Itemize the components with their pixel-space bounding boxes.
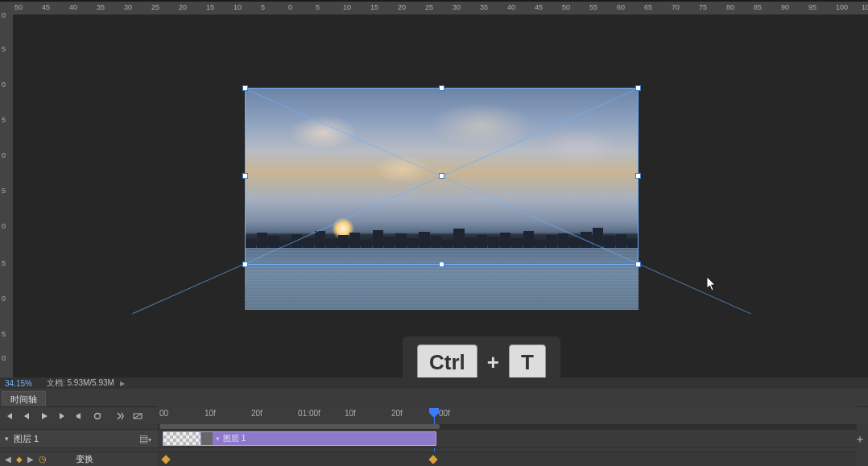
vruler-tick: 0 <box>2 222 6 230</box>
shortcut-plus: + <box>487 350 499 375</box>
layer-name[interactable]: 图层 1 <box>14 433 133 445</box>
vruler-tick: 5 <box>2 187 6 195</box>
hruler-tick: 20 <box>179 3 187 11</box>
doc-size: 5.93M/5.93M <box>67 378 114 387</box>
hruler-tick: 25 <box>151 3 159 11</box>
doc-label: 文档: <box>47 378 65 387</box>
clip-name: 图层 1 <box>223 433 246 444</box>
keyframe-diamond-icon[interactable]: ◆ <box>16 455 23 464</box>
time-ruler-label: 20f <box>251 409 262 418</box>
time-ruler-label: 00f <box>439 409 450 418</box>
time-ruler-label: 10f <box>205 409 216 418</box>
chevron-down-icon[interactable]: ▾ <box>213 435 223 443</box>
hruler-tick: 0 <box>288 3 292 11</box>
canvas-image[interactable] <box>245 89 639 310</box>
add-track-button[interactable]: ＋ <box>854 432 866 447</box>
layer-property-row[interactable]: ◀ ◆ ▶ ◷ 变换 <box>0 452 158 466</box>
vertical-ruler[interactable]: 0 5 0 5 0 5 0 5 0 5 0 <box>0 2 13 377</box>
clip-thumbnail <box>201 432 213 445</box>
hruler-tick: 100 <box>836 3 848 11</box>
go-to-next-keyframe-button[interactable] <box>53 407 71 425</box>
video-clip[interactable]: ▾ 图层 1 <box>163 431 436 446</box>
hruler-tick: 10 <box>234 3 242 11</box>
chevron-right-icon[interactable]: ▶ <box>120 380 125 387</box>
vruler-tick: 0 <box>2 80 6 89</box>
vruler-tick: 0 <box>2 11 6 19</box>
loop-button[interactable] <box>89 407 106 425</box>
vruler-tick: 0 <box>2 354 6 362</box>
shortcut-key-t: T <box>509 344 546 381</box>
timeline-panel: 时间轴 00 10f 20f 01:00f 10f 20f 00f ▾ 图层 1… <box>0 389 868 466</box>
keyframe-marker[interactable] <box>161 455 170 464</box>
hruler-tick: 35 <box>480 3 488 11</box>
time-ruler[interactable]: 00 10f 20f 01:00f 10f 20f 00f <box>158 406 857 424</box>
status-bar: 34.15% 文档: 5.93M/5.93M ▶ <box>0 377 868 389</box>
hruler-tick: 80 <box>726 3 734 11</box>
shortcut-key-ctrl: Ctrl <box>417 344 477 381</box>
next-keyframe-icon[interactable]: ▶ <box>27 455 34 464</box>
hruler-tick: 35 <box>97 3 105 11</box>
hruler-tick: 55 <box>589 3 597 11</box>
hruler-tick: 85 <box>754 3 762 11</box>
layer-header[interactable]: ▾ 图层 1 ▤▾ <box>0 429 158 448</box>
image-skyline <box>245 226 639 249</box>
clip-thumbnail <box>163 432 200 445</box>
hruler-tick: 90 <box>781 3 789 11</box>
hruler-tick: 50 <box>14 3 23 11</box>
go-to-first-frame-button[interactable] <box>0 407 18 425</box>
stopwatch-icon[interactable]: ◷ <box>39 454 47 464</box>
vruler-tick: 0 <box>2 295 6 303</box>
hruler-tick: 5 <box>261 3 265 11</box>
hruler-tick: 60 <box>617 3 625 11</box>
image-water <box>245 248 639 310</box>
vruler-tick: 5 <box>2 259 6 267</box>
mute-audio-button[interactable] <box>71 407 89 425</box>
chevron-down-icon[interactable]: ▾ <box>5 435 9 443</box>
hruler-tick: 105 <box>862 3 868 11</box>
property-keyframe-track[interactable] <box>158 452 857 466</box>
layer-blend-mode-button[interactable]: ▤▾ <box>138 433 153 444</box>
vruler-tick: 0 <box>2 151 6 159</box>
svg-point-0 <box>95 413 101 419</box>
hruler-tick: 65 <box>644 3 652 11</box>
hruler-tick: 45 <box>42 3 50 11</box>
hruler-tick: 45 <box>535 3 543 11</box>
go-to-prev-keyframe-button[interactable] <box>18 407 35 425</box>
property-name: 变换 <box>76 453 93 465</box>
image-sky <box>245 89 639 235</box>
time-ruler-label: 10f <box>345 409 356 418</box>
horizontal-ruler[interactable]: 50 45 40 35 30 25 20 15 10 5 0 5 10 15 2… <box>13 2 868 14</box>
split-clip-button[interactable] <box>111 407 129 425</box>
hruler-tick: 15 <box>370 3 378 11</box>
hruler-tick: 70 <box>672 3 680 11</box>
video-track[interactable]: ▾ 图层 1 <box>158 429 857 448</box>
timeline-panel-tab[interactable]: 时间轴 <box>2 391 46 407</box>
vruler-tick: 5 <box>2 45 6 53</box>
time-ruler-label: 20f <box>391 409 403 418</box>
hruler-tick: 75 <box>699 3 707 11</box>
hruler-tick: 40 <box>69 3 77 11</box>
hruler-tick: 50 <box>562 3 570 11</box>
canvas-area[interactable]: Ctrl + T <box>13 14 868 377</box>
hruler-tick: 40 <box>507 3 515 11</box>
play-button[interactable] <box>35 407 53 425</box>
prev-keyframe-icon[interactable]: ◀ <box>5 455 11 464</box>
keyframe-marker[interactable] <box>428 455 437 464</box>
hruler-tick: 25 <box>425 3 433 11</box>
hruler-tick: 15 <box>206 3 214 11</box>
hruler-tick: 95 <box>808 3 816 11</box>
hruler-tick: 10 <box>343 3 351 11</box>
hruler-tick: 5 <box>316 3 320 11</box>
vruler-tick: 5 <box>2 330 6 338</box>
mouse-cursor-icon <box>707 277 717 291</box>
transition-button[interactable] <box>129 407 147 425</box>
zoom-level[interactable]: 34.15% <box>5 379 32 388</box>
playhead[interactable] <box>428 406 440 424</box>
hruler-tick: 20 <box>398 3 406 11</box>
time-ruler-label: 01:00f <box>298 409 320 418</box>
time-ruler-label: 00 <box>159 409 168 418</box>
hruler-tick: 30 <box>124 3 132 11</box>
hruler-tick: 30 <box>453 3 461 11</box>
vruler-tick: 5 <box>2 116 6 124</box>
